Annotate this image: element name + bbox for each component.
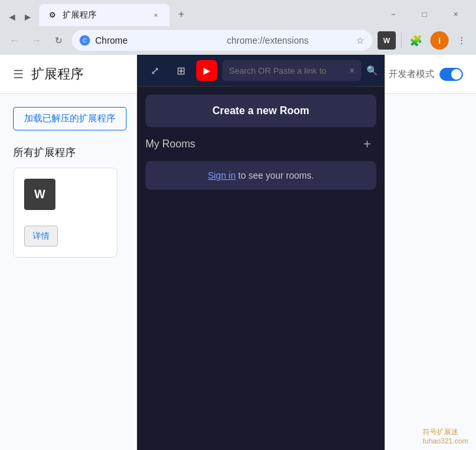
tab-bar: ◀ ▶ ⚙ 扩展程序 × + − □ × <box>0 0 476 26</box>
tab-nav-right[interactable]: ▶ <box>21 10 34 23</box>
extension-card: W 详情 <box>13 168 117 258</box>
grid-icon: ⊞ <box>177 65 185 77</box>
popup-youtube-button[interactable]: ▶ <box>196 60 217 81</box>
new-tab-button[interactable]: + <box>172 5 190 23</box>
popup-topbar: ⤢ ⊞ ▶ × 🔍 <box>138 55 384 87</box>
footer-watermark: 符号扩展迷 fuhao321.com <box>423 427 468 445</box>
address-site-label: Chrome <box>95 35 219 46</box>
extension-detail-button[interactable]: 详情 <box>24 226 58 247</box>
forward-button[interactable]: → <box>27 31 46 50</box>
extension-w-button[interactable]: W <box>376 30 397 51</box>
ext-w-icon: W <box>378 31 396 50</box>
add-room-button[interactable]: + <box>358 135 376 153</box>
close-button[interactable]: × <box>441 5 471 23</box>
search-icon[interactable]: 🔍 <box>366 65 378 76</box>
maximize-button[interactable]: □ <box>409 5 439 23</box>
bookmark-star-icon[interactable]: ☆ <box>356 35 364 46</box>
extension-popup: ⤢ ⊞ ▶ × 🔍 Create a new Room My Rooms <box>137 55 385 450</box>
address-url: chrome://extensions <box>227 35 351 46</box>
sign-in-banner-text: to see your rooms. <box>235 170 314 181</box>
popup-grid-button[interactable]: ⊞ <box>170 60 191 81</box>
address-bar-row: ← → ↻ C Chrome chrome://extensions ☆ W 🧩… <box>0 26 476 55</box>
popup-expand-button[interactable]: ⤢ <box>144 60 165 81</box>
developer-mode-toggle[interactable] <box>439 68 463 81</box>
minimize-button[interactable]: − <box>378 5 408 23</box>
youtube-icon: ▶ <box>203 65 211 76</box>
refresh-button[interactable]: ↻ <box>50 31 68 50</box>
active-tab[interactable]: ⚙ 扩展程序 × <box>39 4 170 26</box>
create-room-button[interactable]: Create a new Room <box>145 95 376 127</box>
developer-mode-control: 开发者模式 <box>389 68 463 81</box>
hamburger-icon[interactable]: ☰ <box>13 67 23 82</box>
ext-page-title: 扩展程序 <box>31 65 83 83</box>
window-controls: − □ × <box>378 5 471 23</box>
search-input[interactable] <box>229 66 346 76</box>
popup-search-bar[interactable]: × <box>222 60 361 81</box>
my-rooms-header: My Rooms + <box>145 135 376 153</box>
sign-in-link[interactable]: Sign in <box>208 170 236 181</box>
address-favicon: C <box>80 35 90 46</box>
tab-left-controls: ◀ ▶ <box>5 10 34 23</box>
sign-in-banner: Sign in to see your rooms. <box>145 161 376 190</box>
my-rooms-title: My Rooms <box>145 138 195 150</box>
popup-body: Create a new Room My Rooms + Sign in to … <box>138 87 384 450</box>
back-button[interactable]: ← <box>5 31 23 50</box>
tab-favicon: ⚙ <box>47 10 57 20</box>
load-unpacked-button[interactable]: 加载已解压的扩展程序 <box>13 107 126 130</box>
puzzle-icon: 🧩 <box>409 35 423 47</box>
search-clear-icon[interactable]: × <box>350 65 355 76</box>
expand-icon: ⤢ <box>151 65 159 77</box>
watermark-text: 符号扩展迷 <box>423 428 458 436</box>
tab-nav-left[interactable]: ◀ <box>5 10 18 23</box>
profile-avatar-button[interactable]: i <box>430 31 449 50</box>
tab-close-button[interactable]: × <box>150 9 162 21</box>
puzzle-extensions-button[interactable]: 🧩 <box>406 30 426 51</box>
page-content: ☰ 扩展程序 开发者模式 加载已解压的扩展程序 所有扩展程序 W 详情 <box>0 55 476 450</box>
address-bar[interactable]: C Chrome chrome://extensions ☆ <box>72 30 372 51</box>
tab-title: 扩展程序 <box>63 9 145 21</box>
toolbar-divider <box>401 33 402 48</box>
watermark-site: fuhao321.com <box>423 437 468 445</box>
toggle-knob <box>451 69 462 80</box>
browser-frame: ◀ ▶ ⚙ 扩展程序 × + − □ × ← → ↻ C Chrome chro… <box>0 0 476 450</box>
developer-mode-label: 开发者模式 <box>389 68 434 80</box>
extension-card-icon: W <box>24 179 55 210</box>
chrome-menu-button[interactable]: ⋮ <box>453 31 471 50</box>
